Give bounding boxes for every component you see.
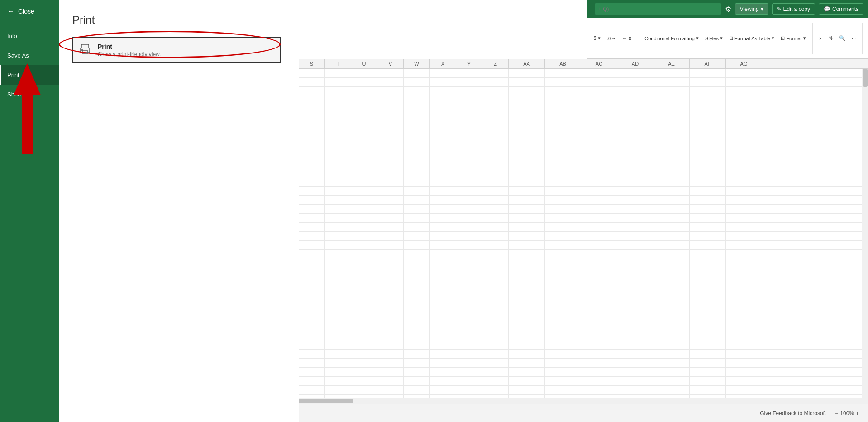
grid-cell[interactable] xyxy=(351,214,377,222)
grid-cell[interactable] xyxy=(299,331,325,340)
grid-cell[interactable] xyxy=(545,331,581,340)
grid-cell[interactable] xyxy=(509,196,545,204)
grid-cell[interactable] xyxy=(482,132,509,141)
table-row[interactable] xyxy=(299,277,868,286)
grid-cell[interactable] xyxy=(581,187,617,195)
grid-cell[interactable] xyxy=(351,331,377,340)
table-row[interactable] xyxy=(299,250,868,259)
table-row[interactable] xyxy=(299,105,868,114)
grid-cell[interactable] xyxy=(377,304,404,313)
grid-cell[interactable] xyxy=(726,340,762,349)
table-row[interactable] xyxy=(299,78,868,87)
grid-cell[interactable] xyxy=(690,304,726,313)
grid-cell[interactable] xyxy=(509,87,545,96)
col-header-AB[interactable]: AB xyxy=(545,59,581,68)
grid-cell[interactable] xyxy=(482,250,509,259)
grid-cell[interactable] xyxy=(430,69,456,77)
table-row[interactable] xyxy=(299,114,868,123)
grid-cell[interactable] xyxy=(377,96,404,105)
table-row[interactable] xyxy=(299,313,868,322)
grid-cell[interactable] xyxy=(404,250,430,259)
grid-cell[interactable] xyxy=(726,359,762,367)
col-header-W[interactable]: W xyxy=(404,59,430,68)
grid-cell[interactable] xyxy=(581,250,617,259)
grid-cell[interactable] xyxy=(617,386,653,394)
col-header-AE[interactable]: AE xyxy=(653,59,690,68)
grid-cell[interactable] xyxy=(325,277,351,286)
table-row[interactable] xyxy=(299,141,868,150)
grid-cell[interactable] xyxy=(456,241,482,249)
grid-cell[interactable] xyxy=(482,105,509,114)
grid-cell[interactable] xyxy=(509,295,545,304)
grid-cell[interactable] xyxy=(690,196,726,204)
grid-cell[interactable] xyxy=(377,386,404,394)
grid-cell[interactable] xyxy=(456,114,482,123)
grid-cell[interactable] xyxy=(430,114,456,123)
grid-cell[interactable] xyxy=(456,159,482,168)
grid-cell[interactable] xyxy=(377,295,404,304)
grid-cell[interactable] xyxy=(581,132,617,141)
grid-cell[interactable] xyxy=(299,386,325,394)
grid-cell[interactable] xyxy=(430,377,456,385)
grid-cell[interactable] xyxy=(404,350,430,358)
grid-cell[interactable] xyxy=(653,196,690,204)
grid-cell[interactable] xyxy=(482,205,509,213)
grid-cell[interactable] xyxy=(690,259,726,268)
grid-cell[interactable] xyxy=(351,386,377,394)
grid-cell[interactable] xyxy=(509,187,545,195)
grid-cell[interactable] xyxy=(581,331,617,340)
grid-cell[interactable] xyxy=(456,187,482,195)
grid-cell[interactable] xyxy=(581,286,617,295)
grid-cell[interactable] xyxy=(430,196,456,204)
grid-cell[interactable] xyxy=(456,78,482,86)
grid-cell[interactable] xyxy=(377,69,404,77)
grid-cell[interactable] xyxy=(653,141,690,150)
grid-cell[interactable] xyxy=(509,223,545,231)
grid-cell[interactable] xyxy=(617,313,653,322)
col-header-S[interactable]: S xyxy=(299,59,325,68)
grid-cell[interactable] xyxy=(456,205,482,213)
grid-cell[interactable] xyxy=(617,359,653,367)
grid-cell[interactable] xyxy=(377,87,404,96)
table-row[interactable] xyxy=(299,96,868,105)
grid-cell[interactable] xyxy=(545,250,581,259)
grid-cell[interactable] xyxy=(726,87,762,96)
grid-cell[interactable] xyxy=(617,87,653,96)
grid-cell[interactable] xyxy=(653,105,690,114)
grid-cell[interactable] xyxy=(690,114,726,123)
grid-cell[interactable] xyxy=(509,241,545,249)
grid-cell[interactable] xyxy=(653,295,690,304)
grid-cell[interactable] xyxy=(690,286,726,295)
grid-cell[interactable] xyxy=(690,69,726,77)
grid-cell[interactable] xyxy=(430,232,456,240)
grid-cell[interactable] xyxy=(545,168,581,177)
grid-cell[interactable] xyxy=(299,295,325,304)
grid-cell[interactable] xyxy=(581,150,617,159)
grid-cell[interactable] xyxy=(581,340,617,349)
grid-cell[interactable] xyxy=(377,141,404,150)
grid-cell[interactable] xyxy=(690,132,726,141)
grid-cell[interactable] xyxy=(509,150,545,159)
grid-cell[interactable] xyxy=(351,322,377,331)
grid-cell[interactable] xyxy=(430,268,456,277)
grid-cell[interactable] xyxy=(404,359,430,367)
grid-cell[interactable] xyxy=(430,322,456,331)
grid-cell[interactable] xyxy=(545,259,581,268)
grid-cell[interactable] xyxy=(690,340,726,349)
settings-icon[interactable]: ⚙ xyxy=(725,5,731,14)
grid-cell[interactable] xyxy=(404,368,430,376)
grid-cell[interactable] xyxy=(581,259,617,268)
grid-cell[interactable] xyxy=(617,132,653,141)
grid-cell[interactable] xyxy=(690,187,726,195)
grid-cell[interactable] xyxy=(690,232,726,240)
col-header-X[interactable]: X xyxy=(430,59,456,68)
grid-cell[interactable] xyxy=(482,322,509,331)
grid-cell[interactable] xyxy=(726,132,762,141)
search-btn[interactable]: 🔍 xyxy=(836,32,848,45)
grid-cell[interactable] xyxy=(653,241,690,249)
grid-cell[interactable] xyxy=(653,377,690,385)
col-header-T[interactable]: T xyxy=(325,59,351,68)
grid-cell[interactable] xyxy=(545,132,581,141)
grid-cell[interactable] xyxy=(299,141,325,150)
grid-cell[interactable] xyxy=(690,277,726,286)
